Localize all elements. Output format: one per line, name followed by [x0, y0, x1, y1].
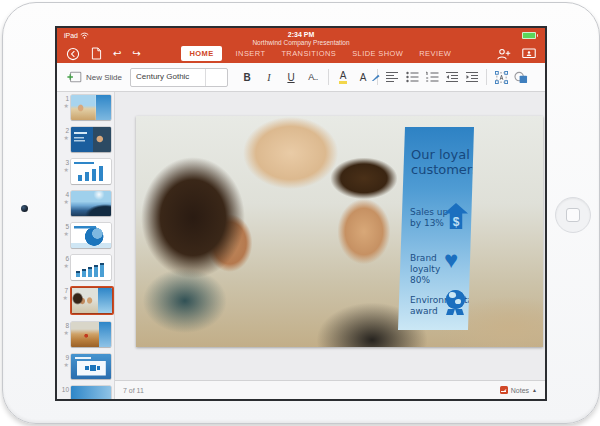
editing-canvas[interactable]: Our loyal customers Sales up by 13% $ Br…: [115, 92, 545, 380]
align-left-icon: [386, 71, 399, 83]
ribbon-tabs: HOME INSERT TRANSITIONS SLIDE SHOW REVIE…: [181, 46, 453, 61]
bullet-list-icon: [406, 71, 419, 83]
notes-label: Notes: [511, 387, 529, 394]
slide-thumbnail-6[interactable]: 6★: [58, 255, 114, 280]
back-button[interactable]: [66, 47, 80, 61]
slide-number: 2: [58, 127, 69, 135]
animation-star-icon: ★: [58, 362, 69, 369]
thumbnail-art[interactable]: [71, 159, 111, 184]
tab-slide-show[interactable]: SLIDE SHOW: [350, 46, 405, 61]
clock: 2:34 PM: [57, 31, 545, 38]
indent-button[interactable]: [462, 71, 482, 83]
slide-thumbnail-3[interactable]: 3★: [58, 159, 114, 184]
toolbar-divider: [328, 69, 329, 85]
notes-toggle[interactable]: Notes ▲: [500, 386, 537, 394]
slide-thumbnail-4[interactable]: 4★: [58, 191, 114, 216]
slide-thumbnail-8[interactable]: 8★: [58, 322, 114, 347]
thumbnail-art[interactable]: [71, 386, 111, 399]
shapes-button[interactable]: [511, 71, 531, 84]
highlight-color-button[interactable]: A: [333, 71, 353, 84]
thumbnail-art[interactable]: [71, 255, 111, 280]
slide-number: 5: [58, 223, 69, 231]
new-slide-button[interactable]: New Slide: [67, 71, 122, 83]
slide-thumbnail-5[interactable]: 5★: [58, 223, 114, 248]
slide-number: 1: [58, 95, 69, 103]
bold-button[interactable]: B: [236, 72, 258, 83]
font-name-value[interactable]: Century Gothic: [131, 69, 205, 86]
slide-number: 10: [58, 386, 69, 394]
slide-thumbnail-10[interactable]: 10: [58, 386, 114, 399]
new-file-button[interactable]: [91, 47, 102, 60]
selected-slide-border: [70, 286, 114, 315]
slide-number: 8: [58, 322, 69, 330]
animation-star-icon: ★: [58, 167, 69, 174]
slide-thumbnail-7-selected[interactable]: 7★: [58, 287, 114, 315]
slide-text-panel: Our loyal customers Sales up by 13% $ Br…: [398, 127, 474, 330]
page-indicator: 7 of 11: [123, 387, 144, 394]
redo-button[interactable]: ↪: [132, 49, 140, 59]
slide-thumbnail-2[interactable]: 2★: [58, 127, 114, 152]
bullets-button[interactable]: [402, 71, 422, 83]
animation-star-icon: ★: [58, 330, 69, 337]
tab-review[interactable]: REVIEW: [417, 46, 453, 61]
thumbnail-art[interactable]: [71, 127, 111, 152]
slide-thumbnail-panel: 1★ 2★ 3★ 4★ 5★: [57, 92, 115, 399]
front-camera: [21, 205, 28, 212]
slide-photo: [136, 116, 543, 347]
thumbnail-art[interactable]: [71, 354, 111, 379]
screen: iPad 2:34 PM Northwind Company Presentat…: [55, 26, 547, 401]
font-size-value[interactable]: [205, 69, 227, 86]
thumbnail-art[interactable]: [71, 191, 111, 216]
formatting-toolbar: New Slide Century Gothic B I U A.. A A: [57, 63, 545, 92]
slide-thumbnail-1[interactable]: 1★: [58, 95, 114, 120]
animation-star-icon: ★: [58, 231, 69, 238]
numbered-list-icon: [426, 71, 439, 83]
animation-star-icon: ★: [58, 103, 69, 110]
home-button[interactable]: [555, 197, 591, 233]
outdent-button[interactable]: [442, 71, 462, 83]
animation-star-icon: ★: [58, 263, 69, 270]
font-selector[interactable]: Century Gothic: [130, 68, 228, 87]
tab-transitions[interactable]: TRANSITIONS: [279, 46, 338, 61]
thumbnail-art[interactable]: [71, 223, 111, 248]
font-color-button[interactable]: A: [353, 72, 373, 83]
select-textbox-button[interactable]: [491, 71, 511, 84]
animation-star-icon: ★: [58, 295, 68, 302]
underline-button[interactable]: U: [280, 72, 302, 83]
italic-button[interactable]: I: [258, 72, 280, 83]
ipad-device: iPad 2:34 PM Northwind Company Presentat…: [2, 2, 600, 424]
outdent-icon: [446, 71, 459, 83]
numbering-button[interactable]: [422, 71, 442, 83]
animation-star-icon: ★: [58, 135, 69, 142]
slide-number: 7: [58, 287, 68, 295]
present-button[interactable]: [522, 48, 536, 60]
notes-icon: [500, 386, 508, 394]
undo-button[interactable]: ↩: [113, 49, 121, 59]
more-font-formatting-button[interactable]: A..: [302, 72, 324, 82]
thumbnail-art[interactable]: [71, 322, 111, 347]
heart-icon: ♥: [444, 249, 458, 271]
tab-home[interactable]: HOME: [181, 46, 221, 61]
app-header: iPad 2:34 PM Northwind Company Presentat…: [57, 28, 545, 63]
pen-icon: [371, 73, 380, 82]
align-button[interactable]: [382, 71, 402, 83]
slide-thumbnail-9[interactable]: 9★: [58, 354, 114, 379]
font-color-icon: A: [360, 72, 367, 83]
toolbar-divider: [486, 69, 487, 85]
home-button-square-icon: [566, 208, 580, 222]
slide-title: Our loyal customers: [411, 148, 471, 178]
slide-number: 4: [58, 191, 69, 199]
tab-insert[interactable]: INSERT: [234, 46, 268, 61]
dollar-symbol: $: [453, 215, 460, 229]
slide-number: 9: [58, 354, 69, 362]
new-slide-label: New Slide: [86, 73, 122, 82]
indent-icon: [466, 71, 479, 83]
share-people-button[interactable]: [496, 48, 511, 60]
globe-award-icon: [446, 290, 465, 309]
thumbnail-art[interactable]: [71, 95, 111, 120]
current-slide[interactable]: Our loyal customers Sales up by 13% $ Br…: [136, 116, 543, 347]
thumbnail-art[interactable]: [72, 288, 112, 313]
slide-number: 3: [58, 159, 69, 167]
award-ribbon-icon: [455, 309, 464, 315]
highlight-icon: A: [339, 71, 348, 84]
